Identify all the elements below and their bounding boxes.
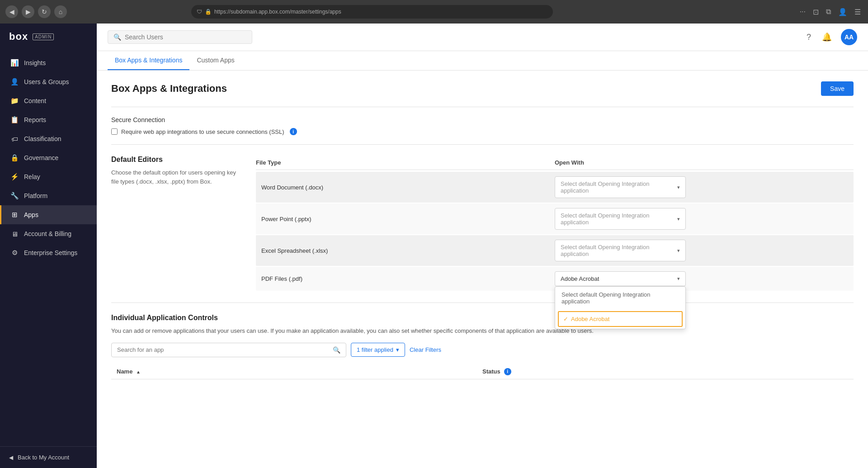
sidebar-item-label: Platform xyxy=(24,192,47,199)
browser-right-controls: ··· ⊡ ⧉ 👤 ☰ xyxy=(798,6,863,18)
clear-filters-button[interactable]: Clear Filters xyxy=(410,346,441,353)
pdf-option-adobe[interactable]: Adobe Acrobat xyxy=(558,311,683,327)
ppt-dropdown-caret: ▾ xyxy=(677,216,680,222)
filter-row: 🔍 1 filter applied ▾ Clear Filters xyxy=(111,343,854,357)
app-search-input[interactable] xyxy=(117,346,329,353)
settings-icon: ⚙ xyxy=(10,249,19,257)
sidebar-nav: 📊 Insights 👤 Users & Groups 📁 Content 📋 … xyxy=(0,50,97,446)
notifications-button[interactable]: 🔔 xyxy=(820,30,834,44)
secure-connection-section: Secure Connection Require web app integr… xyxy=(111,107,854,144)
insights-icon: 📊 xyxy=(10,59,19,67)
editors-right: File Type Open With Word Document (.docx… xyxy=(256,156,854,292)
top-bar-right: ? 🔔 AA xyxy=(805,29,857,45)
logo-text: box xyxy=(9,31,28,43)
lock-icon: 🔒 xyxy=(205,9,212,15)
save-button[interactable]: Save xyxy=(821,81,854,96)
top-bar: 🔍 ? 🔔 AA xyxy=(97,24,868,51)
sidebar-item-content[interactable]: 📁 Content xyxy=(0,91,97,110)
sidebar-item-account-billing[interactable]: 🖥 Account & Billing xyxy=(0,224,97,243)
word-file-type: Word Document (.docx) xyxy=(256,184,555,191)
pdf-option-default[interactable]: Select default Opening Integration appli… xyxy=(555,287,685,309)
person-button[interactable]: 👤 xyxy=(836,6,849,18)
editors-left: Default Editors Choose the default optio… xyxy=(111,156,238,292)
default-editors-section: Default Editors Choose the default optio… xyxy=(111,144,854,303)
screen-button[interactable]: ⧉ xyxy=(824,6,833,18)
app-controls-desc: You can add or remove applications that … xyxy=(111,326,854,336)
more-button[interactable]: ··· xyxy=(798,6,807,18)
secure-connection-label: Secure Connection xyxy=(111,116,854,123)
users-icon: 👤 xyxy=(10,78,19,86)
pdf-open-with-cell: Adobe Acrobat ▾ Select default Opening I… xyxy=(555,271,854,286)
ppt-dropdown[interactable]: Select default Opening Integration appli… xyxy=(555,208,686,230)
sidebar-item-classification[interactable]: 🏷 Classification xyxy=(0,129,97,148)
sidebar-item-enterprise-settings[interactable]: ⚙ Enterprise Settings xyxy=(0,243,97,262)
back-to-account[interactable]: ◀ Back to My Account xyxy=(0,446,97,468)
avatar[interactable]: AA xyxy=(841,29,857,45)
sidebar-item-label: Account & Billing xyxy=(24,230,71,237)
app-layout: box ADMIN 📊 Insights 👤 Users & Groups 📁 … xyxy=(0,24,868,468)
forward-button[interactable]: ▶ xyxy=(22,5,34,18)
sidebar-item-users-groups[interactable]: 👤 Users & Groups xyxy=(0,72,97,91)
sidebar-item-apps[interactable]: ⊞ Apps xyxy=(0,205,97,224)
account-icon: 🖥 xyxy=(10,230,19,238)
ppt-file-type: Power Point (.pptx) xyxy=(256,216,555,222)
sidebar-item-label: Content xyxy=(24,97,46,104)
sidebar-item-label: Reports xyxy=(24,116,46,123)
editors-table-header: File Type Open With xyxy=(256,156,854,170)
tab-custom-apps[interactable]: Custom Apps xyxy=(189,51,241,70)
refresh-button[interactable]: ↻ xyxy=(38,5,51,18)
search-icon: 🔍 xyxy=(113,33,121,41)
col-name-header: Name ▲ xyxy=(117,368,482,375)
secure-connection-checkbox-label: Require web app integrations to use secu… xyxy=(121,128,284,135)
word-dropdown-caret: ▾ xyxy=(677,184,680,190)
sidebar-item-reports[interactable]: 📋 Reports xyxy=(0,110,97,129)
ppt-open-with-cell: Select default Opening Integration appli… xyxy=(555,208,854,230)
menu-button[interactable]: ☰ xyxy=(853,6,863,18)
search-box[interactable]: 🔍 xyxy=(108,30,252,44)
home-button[interactable]: ⌂ xyxy=(54,5,67,18)
app-search-box[interactable]: 🔍 xyxy=(111,343,346,357)
word-open-with-cell: Select default Opening Integration appli… xyxy=(555,176,854,198)
search-input[interactable] xyxy=(125,33,246,41)
excel-dropdown-value: Select default Opening Integration appli… xyxy=(561,244,677,257)
sidebar-item-platform[interactable]: 🔧 Platform xyxy=(0,186,97,205)
word-dropdown[interactable]: Select default Opening Integration appli… xyxy=(555,176,686,198)
shield-icon: 🛡 xyxy=(197,9,202,15)
sidebar-item-insights[interactable]: 📊 Insights xyxy=(0,53,97,72)
url-bar[interactable]: 🛡 🔒 https://subdomain.app.box.com/master… xyxy=(191,5,553,19)
tab-bar: Box Apps & Integrations Custom Apps xyxy=(97,51,868,71)
col-file-type-header: File Type xyxy=(256,159,555,166)
sidebar-item-label: Classification xyxy=(24,135,61,142)
filter-chevron-icon: ▾ xyxy=(396,346,399,353)
col-status-header: Status i xyxy=(482,368,848,375)
page-header: Box Apps & Integrations Save xyxy=(111,81,854,96)
pdf-dropdown[interactable]: Adobe Acrobat ▾ xyxy=(555,271,686,286)
excel-dropdown[interactable]: Select default Opening Integration appli… xyxy=(555,240,686,261)
editor-row-word: Word Document (.docx) Select default Ope… xyxy=(256,172,854,203)
back-button[interactable]: ◀ xyxy=(5,5,18,18)
editor-row-ppt: Power Point (.pptx) Select default Openi… xyxy=(256,203,854,234)
page-title: Box Apps & Integrations xyxy=(111,83,227,95)
admin-badge: ADMIN xyxy=(33,33,54,40)
sidebar-item-label: Governance xyxy=(24,154,58,161)
app-table-header: Name ▲ Status i xyxy=(111,364,854,379)
reader-button[interactable]: ⊡ xyxy=(811,6,821,18)
tab-box-apps[interactable]: Box Apps & Integrations xyxy=(108,51,189,70)
url-text: https://subdomain.app.box.com/master/set… xyxy=(214,9,341,15)
app-search-icon: 🔍 xyxy=(333,346,340,354)
secure-connection-info-icon[interactable]: i xyxy=(290,128,297,135)
sidebar-item-label: Insights xyxy=(24,59,46,66)
secure-connection-checkbox[interactable] xyxy=(111,128,118,135)
editor-row-excel: Excel Spreadsheet (.xlsx) Select default… xyxy=(256,235,854,266)
governance-icon: 🔒 xyxy=(10,154,19,162)
pdf-dropdown-value: Adobe Acrobat xyxy=(561,275,599,282)
sidebar-item-relay[interactable]: ⚡ Relay xyxy=(0,167,97,186)
sidebar: box ADMIN 📊 Insights 👤 Users & Groups 📁 … xyxy=(0,24,97,468)
back-arrow-icon: ◀ xyxy=(9,454,13,461)
help-button[interactable]: ? xyxy=(805,31,813,44)
content-icon: 📁 xyxy=(10,97,19,105)
platform-icon: 🔧 xyxy=(10,192,19,200)
filter-button[interactable]: 1 filter applied ▾ xyxy=(351,343,405,357)
sidebar-item-governance[interactable]: 🔒 Governance xyxy=(0,148,97,167)
col-status-info-icon[interactable]: i xyxy=(504,368,511,375)
